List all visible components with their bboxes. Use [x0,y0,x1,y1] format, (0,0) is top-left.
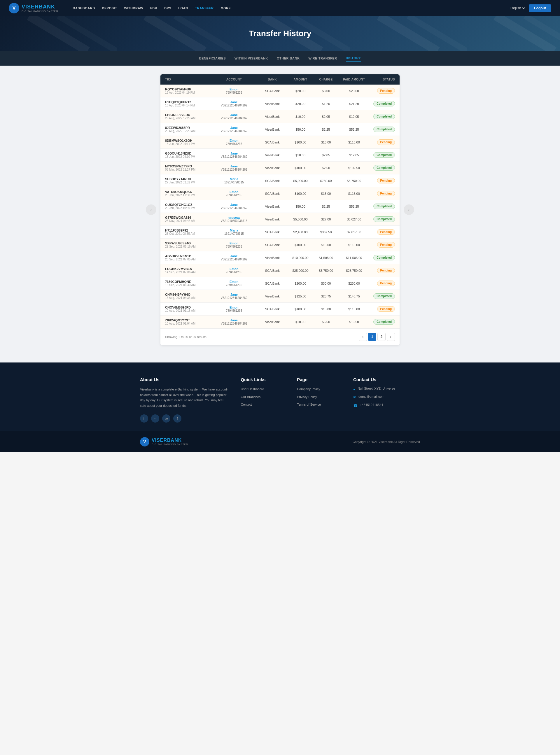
brand-sub: DIGITAL BANKING SYSTEM [22,10,58,13]
hero-section: Transfer History [0,16,560,51]
trx-cell: H711FJB89F92 25 Oct, 2021 08:55 AM [165,229,211,235]
footer-brand-sub: DIGITAL BANKING SYSTEM [152,443,188,446]
status-cell: Pending [369,281,395,286]
table-body: RQYO96YAM4U6 16 Apr, 2023 04:19 PM Emon … [160,85,400,328]
nav-dps[interactable]: DPS [161,5,174,12]
acc-num: 7894561235 [211,283,257,287]
account-cell: Jane VB21212846204262 [211,151,257,158]
subnav-wire-transfer[interactable]: WIRE TRANSFER [308,56,337,61]
acc-num: 7894561235 [211,245,257,248]
footer-brand-text: VISERBANK DIGITAL BANKING SYSTEM [152,438,188,446]
status-cell: Pending [369,268,395,273]
amount-cell: $10.00 [287,320,313,324]
amount-cell: $100.00 [287,307,313,311]
bank-cell: ViserBank [257,218,287,221]
paid-cell: $12.05 [339,154,369,157]
acc-num: VB21212846204262 [211,117,257,120]
paid-cell: $115.00 [339,141,369,144]
nav-fdr[interactable]: FDR [147,5,160,12]
trx-date: 20 Sep, 2021 07:05 AM [165,258,211,261]
footer-link-company-policy[interactable]: Company Policy [297,387,342,392]
charge-cell: $30.00 [313,282,339,285]
arrow-left[interactable]: › [146,204,156,215]
subnav-beneficiaries[interactable]: BENEFICIARIES [199,56,226,61]
social-linkedin[interactable]: in [140,414,148,423]
brand-icon: V [9,3,19,14]
trx-date: 27 Jan, 2022 02:52 PM [165,181,211,184]
paid-cell: $12.05 [339,115,369,118]
table-row: GJQOUH13NZUD 13 Jun, 2022 09:10 PM Jane … [160,149,400,162]
page-1[interactable]: 1 [368,333,376,341]
paid-cell: $115.00 [339,192,369,196]
navbar: V VISERBANK DIGITAL BANKING SYSTEM DASHB… [0,0,560,16]
page-2[interactable]: 2 [377,333,385,341]
trx-cell: SXFWSU98SZ4G 29 Sep, 2021 06:16 AM [165,242,211,248]
subnav-history[interactable]: HISTORY [346,55,361,62]
trx-id: SXFWSU98SZ4G [165,242,211,245]
account-cell: Jane VB21212846204262 [211,126,257,133]
status-badge: Pending [377,88,395,94]
acc-num: VB21212846204262 [211,155,257,158]
trx-date: 20 Jan, 2022 10:59 PM [165,206,211,210]
acc-name: Jane [211,126,257,129]
amount-cell: $10.00 [287,115,313,118]
language-select[interactable]: English [508,6,526,11]
page-prev[interactable]: ‹ [359,333,367,341]
trx-date: 13 Sep, 2021 06:40 AM [165,283,211,287]
footer-link-dashboard[interactable]: User Dashboard [241,387,285,392]
trx-id: AG5HKVU7KN1P [165,254,211,258]
social-twitter[interactable]: tw [162,414,170,423]
subnav-other-bank[interactable]: OTHER BANK [277,56,300,61]
trx-id: GJQOUH13NZUD [165,151,211,155]
footer-about-desc: Viserbank is a complete e-Banking system… [140,387,229,409]
acc-num: VB21212846204262 [211,129,257,133]
trx-date: 16 Apr, 2023 04:14 PM [165,104,211,107]
subnav-within-viserbank[interactable]: WITHIN VISERBANK [235,56,268,61]
page-next[interactable]: › [387,333,395,341]
status-cell: Pending [369,229,395,235]
account-cell: Jane VB21212846204262 [211,113,257,120]
status-cell: Pending [369,178,395,183]
footer-link-terms[interactable]: Terms of Service [297,402,342,407]
footer-email: ✉ demo@gmail.com [353,395,420,400]
nav-withdraw[interactable]: WITHDRAW [121,5,146,12]
footer-link-branches[interactable]: Our Branches [241,394,285,400]
main-content: › › TRX ACCOUNT BANK AMOUNT CHARGE PAID … [0,66,560,363]
social-instagram[interactable]: ○ [151,414,159,423]
footer-quick-links: Quick Links User Dashboard Our Branches … [241,377,285,423]
footer-link-privacy-policy[interactable]: Privacy Policy [297,394,342,400]
status-badge: Completed [373,204,395,209]
paid-cell: $2,817.50 [339,230,369,234]
social-facebook[interactable]: f [173,414,181,423]
acc-num: VB21212846204262 [211,322,257,325]
trx-cell: FOGBK2VMVBEN 14 Sep, 2021 07:06 AM [165,267,211,274]
nav-dashboard[interactable]: DASHBOARD [70,5,98,12]
trx-date: 29 Aug, 2022 12:20 AM [165,129,211,133]
nav-loan[interactable]: LOAN [175,5,191,12]
acc-num: VB21212846204262 [211,296,257,300]
footer-link-contact[interactable]: Contact [241,402,285,407]
acc-name: Jane [211,151,257,155]
status-cell: Pending [369,191,395,196]
nav-transfer[interactable]: TRANSFER [192,5,217,12]
footer-contact-title: Contact Us [353,377,420,382]
footer-contact: Contact Us ● Null Street, XYZ, Universe … [353,377,420,423]
charge-cell: $6.50 [313,320,339,324]
arrow-right[interactable]: › [404,204,414,215]
trx-id: EH8JRFP9VEDU [165,113,211,117]
paid-cell: $28,750.00 [339,269,369,272]
footer-phone-text: +454512418544 [360,403,383,407]
charge-cell: $15.00 [313,141,339,144]
trx-date: 29 Aug, 2022 12:29 AM [165,117,211,120]
logout-button[interactable]: Logout [529,4,551,12]
trx-date: 25 Oct, 2021 08:55 AM [165,232,211,235]
table-row: RQYO96YAM4U6 16 Apr, 2023 04:19 PM Emon … [160,85,400,97]
table-row: AG5HKVU7KN1P 20 Sep, 2021 07:05 AM Jane … [160,251,400,264]
account-cell: Emon 7894561235 [211,139,257,145]
status-cell: Completed [369,152,395,158]
trx-cell: EH8JRFP9VEDU 29 Aug, 2022 12:29 AM [165,113,211,120]
nav-deposit[interactable]: DEPOSIT [99,5,120,12]
nav-more[interactable]: MORE [218,5,234,12]
trx-cell: CNM8449PYH4Q 16 Aug, 2021 04:36 AM [165,293,211,300]
charge-cell: $2.05 [313,154,339,157]
